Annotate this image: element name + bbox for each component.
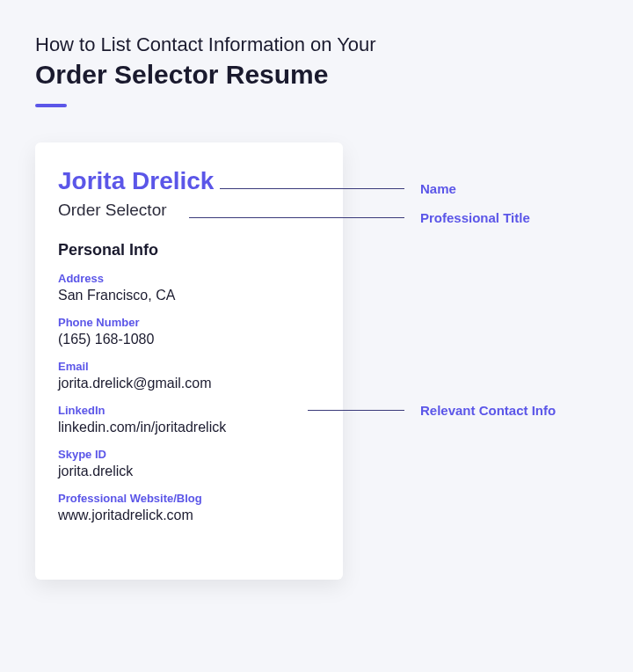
heading-line1: How to List Contact Information on Your — [35, 33, 598, 56]
field-address-label: Address — [58, 272, 320, 285]
heading-underline — [35, 104, 67, 107]
annotation-title: Professional Title — [189, 210, 530, 225]
annotation-name-label: Name — [420, 181, 456, 196]
field-address: Address San Francisco, CA — [58, 272, 320, 303]
field-email-label: Email — [58, 360, 320, 373]
field-address-value: San Francisco, CA — [58, 288, 320, 303]
field-email: Email jorita.drelick@gmail.com — [58, 360, 320, 391]
annotation-line — [308, 410, 404, 411]
annotation-title-label: Professional Title — [420, 210, 530, 225]
field-email-value: jorita.drelick@gmail.com — [58, 376, 320, 391]
content-area: Jorita Drelick Order Selector Personal I… — [0, 142, 633, 580]
field-skype-value: jorita.drelick — [58, 464, 320, 479]
page-heading: How to List Contact Information on Your … — [0, 0, 633, 107]
annotation-line — [189, 217, 404, 218]
field-phone: Phone Number (165) 168-1080 — [58, 316, 320, 347]
field-website: Professional Website/Blog www.joritadrel… — [58, 492, 320, 523]
annotation-contact-label: Relevant Contact Info — [420, 403, 556, 418]
annotation-line — [220, 188, 404, 189]
annotation-name: Name — [220, 181, 456, 196]
field-skype-label: Skype ID — [58, 448, 320, 461]
field-linkedin-label: LinkedIn — [58, 404, 320, 417]
field-skype: Skype ID jorita.drelick — [58, 448, 320, 479]
field-phone-value: (165) 168-1080 — [58, 332, 320, 347]
resume-card: Jorita Drelick Order Selector Personal I… — [35, 142, 343, 580]
field-phone-label: Phone Number — [58, 316, 320, 329]
field-linkedin: LinkedIn linkedin.com/in/joritadrelick — [58, 404, 320, 435]
field-website-value: www.joritadrelick.com — [58, 508, 320, 523]
field-website-label: Professional Website/Blog — [58, 492, 320, 505]
annotation-contact: Relevant Contact Info — [308, 403, 556, 418]
section-title: Personal Info — [58, 241, 320, 259]
field-linkedin-value: linkedin.com/in/joritadrelick — [58, 420, 320, 435]
heading-line2: Order Selector Resume — [35, 60, 598, 90]
